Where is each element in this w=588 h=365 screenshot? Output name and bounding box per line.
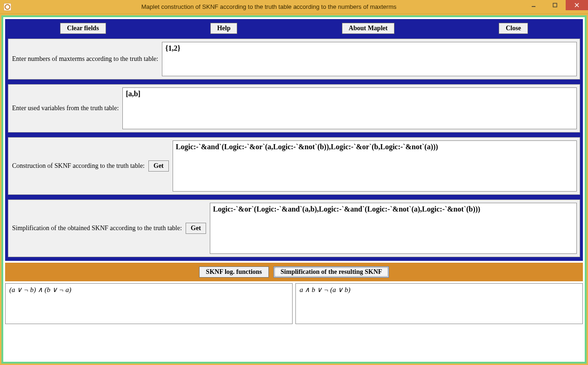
clear-fields-button[interactable]: Clear fields bbox=[60, 23, 106, 34]
maxterms-input[interactable] bbox=[162, 42, 577, 76]
outer-frame: Clear fields Help About Maplet Close Ent… bbox=[1, 15, 587, 364]
minimize-button[interactable] bbox=[523, 0, 544, 10]
construction-output[interactable] bbox=[173, 140, 577, 192]
window-titlebar: Maplet construction of SKNF according to… bbox=[0, 0, 588, 14]
maxterms-label: Enter numbers of maxterms according to t… bbox=[11, 55, 158, 63]
toolbar-row: Clear fields Help About Maplet Close bbox=[8, 22, 580, 39]
simplification-output[interactable] bbox=[210, 203, 577, 254]
window-buttons bbox=[523, 0, 588, 13]
close-button[interactable]: Close bbox=[499, 23, 528, 34]
variables-label: Enter used variables from the truth tabl… bbox=[11, 105, 119, 112]
construction-label: Construction of SKNF according to the tr… bbox=[11, 162, 145, 170]
sknf-log-functions-button[interactable]: SKNF log. functions bbox=[199, 266, 269, 278]
variables-input[interactable] bbox=[122, 87, 577, 129]
construction-section: Construction of SKNF according to the tr… bbox=[8, 137, 580, 195]
about-maplet-button[interactable]: About Maplet bbox=[342, 23, 395, 34]
maximize-button[interactable] bbox=[544, 0, 566, 10]
app-icon bbox=[4, 3, 11, 11]
result-left[interactable]: (a ∨ ¬ b) ∧ (b ∨ ¬ a) bbox=[5, 283, 293, 324]
result-right[interactable]: a ∧ b ∨ ¬ (a ∨ b) bbox=[295, 283, 583, 324]
svg-rect-3 bbox=[553, 3, 557, 7]
help-button[interactable]: Help bbox=[210, 23, 238, 34]
main-panel: Clear fields Help About Maplet Close Ent… bbox=[5, 19, 583, 261]
close-window-button[interactable] bbox=[566, 0, 588, 10]
simplification-section: Simplification of the obtained SKNF acco… bbox=[8, 199, 580, 257]
window-title: Maplet construction of SKNF according to… bbox=[15, 3, 523, 10]
simplification-label: Simplification of the obtained SKNF acco… bbox=[11, 225, 182, 232]
construction-get-button[interactable]: Get bbox=[148, 160, 169, 172]
result-row: (a ∨ ¬ b) ∧ (b ∨ ¬ a) a ∧ b ∨ ¬ (a ∨ b) bbox=[5, 283, 583, 324]
client-area: Clear fields Help About Maplet Close Ent… bbox=[0, 14, 588, 365]
variables-section: Enter used variables from the truth tabl… bbox=[8, 84, 580, 133]
maxterms-section: Enter numbers of maxterms according to t… bbox=[8, 39, 580, 80]
simplification-result-button[interactable]: Simplification of the resulting SKNF bbox=[274, 266, 389, 278]
simplification-get-button[interactable]: Get bbox=[186, 223, 206, 234]
bottom-button-panel: SKNF log. functions Simplification of th… bbox=[5, 263, 583, 281]
